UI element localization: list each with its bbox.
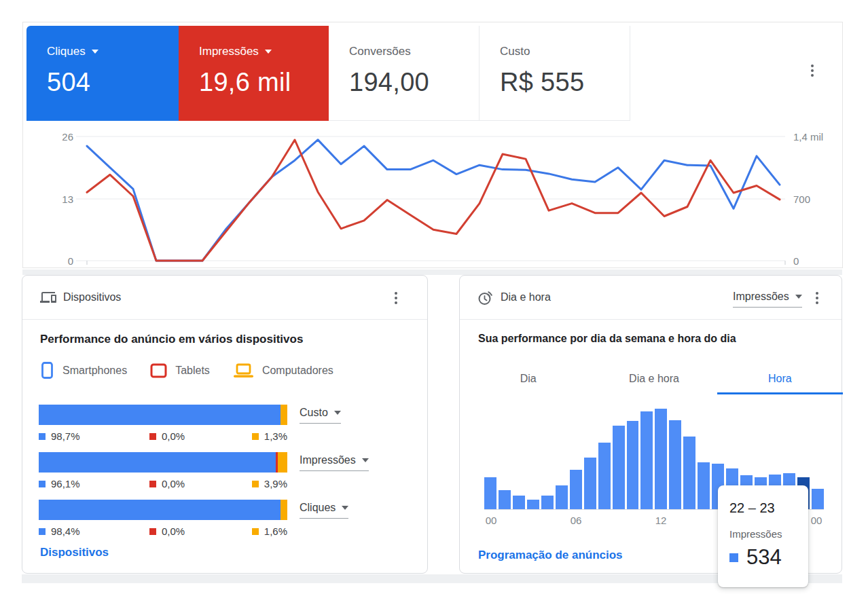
hour-bar-0[interactable]: [484, 477, 496, 509]
metric-dropdown-cliques[interactable]: Cliques: [300, 502, 348, 519]
bar-segment-smartphones: [39, 500, 281, 520]
left-axis-tick: 13: [43, 193, 73, 205]
devices-icon: [40, 289, 56, 306]
devices-footer-link[interactable]: Dispositivos: [40, 546, 109, 559]
percentage-label-tablets: 0,0%: [149, 525, 185, 537]
percentage-label-smartphones: 98,4%: [39, 525, 80, 537]
hour-bar-14[interactable]: [683, 437, 695, 509]
chevron-down-icon: [342, 506, 348, 510]
hour-bar-9[interactable]: [613, 426, 625, 509]
x-axis-label: 06: [571, 515, 582, 526]
summary-card: Cliques 504 Impressões 19,6 mil Conversõ…: [22, 22, 843, 268]
tab-dia-e-hora[interactable]: Dia e hora: [591, 365, 717, 394]
devices-card: Dispositivos Performance do anúncio em v…: [22, 275, 428, 574]
swatch-icon: [252, 433, 259, 440]
percentage-label-smartphones: 96,1%: [39, 478, 80, 489]
devices-card-header: Dispositivos: [22, 276, 427, 320]
tooltip-hour-range: 22 – 23: [729, 500, 808, 516]
left-axis-tick: 26: [43, 131, 73, 143]
swatch-icon: [39, 528, 46, 535]
hour-bar-15[interactable]: [698, 462, 710, 509]
ad-schedule-footer-link[interactable]: Programação de anúncios: [478, 549, 623, 562]
hour-bar-10[interactable]: [627, 421, 639, 509]
tooltip-metric-label: Impressões: [729, 528, 808, 540]
metric-dropdown[interactable]: Impressões: [733, 291, 802, 308]
metric-dropdown-custo[interactable]: Custo: [300, 407, 341, 424]
bar-segment-smartphones: [39, 452, 276, 473]
bar-segment-computadores: [281, 405, 287, 425]
tablet-icon: [150, 363, 167, 378]
swatch-icon: [39, 481, 46, 487]
schedule-tabs: Dia Dia e hora Hora: [465, 365, 843, 394]
hour-bar-5[interactable]: [556, 485, 568, 509]
x-axis-label: 00: [486, 515, 497, 526]
percentage-row: 98,4%0,0%1,6%: [39, 525, 287, 538]
devices-legend: Smartphones Tablets Computadores: [40, 361, 357, 379]
hour-bar-23[interactable]: [812, 489, 824, 509]
hour-bar-7[interactable]: [584, 458, 596, 509]
tooltip-value: 534: [746, 545, 782, 570]
device-bar-impressões[interactable]: [39, 452, 287, 473]
chevron-down-icon: [362, 458, 369, 462]
legend-item-tablets: Tablets: [150, 363, 210, 378]
legend-item-computadores: Computadores: [233, 363, 333, 378]
hour-bar-3[interactable]: [527, 500, 539, 509]
page-background-band: [22, 270, 842, 275]
laptop-icon: [233, 363, 254, 378]
swatch-icon: [149, 481, 156, 487]
percentage-label-tablets: 0,0%: [149, 478, 185, 489]
chart-tooltip: 22 – 23 Impressões 534: [718, 485, 808, 587]
google-ads-overview-page: Cliques 504 Impressões 19,6 mil Conversõ…: [0, 0, 868, 611]
device-bar-cliques[interactable]: [39, 500, 287, 520]
series-swatch-icon: [729, 553, 738, 562]
tab-dia[interactable]: Dia: [465, 365, 591, 394]
percentage-label-computadores: 3,9%: [252, 478, 287, 489]
schedule-subtitle: Sua performance por dia da semana e hora…: [478, 333, 736, 345]
right-axis-tick: 0: [793, 255, 799, 267]
clock-icon: [477, 289, 494, 306]
hour-bar-4[interactable]: [541, 496, 554, 509]
devices-subtitle: Performance do anúncio em vários disposi…: [40, 333, 303, 346]
device-performance-rows: 98,7%0,0%1,3%Custo96,1%0,0%3,9%Impressõe…: [39, 405, 412, 549]
timeseries-chart: [23, 22, 844, 269]
x-axis-label: 12: [655, 515, 667, 526]
bar-segment-computadores: [278, 452, 287, 473]
percentage-label-smartphones: 98,7%: [39, 430, 80, 442]
swatch-icon: [39, 433, 46, 440]
hour-bar-12[interactable]: [655, 409, 667, 509]
swatch-icon: [252, 481, 259, 487]
metric-dropdown-impressões[interactable]: Impressões: [300, 454, 369, 471]
card-title: Dia e hora: [501, 291, 551, 303]
hour-bar-13[interactable]: [669, 420, 681, 509]
hour-bar-2[interactable]: [513, 496, 525, 509]
card-title: Dispositivos: [63, 291, 121, 303]
bar-segment-smartphones: [39, 405, 281, 425]
kebab-menu-icon[interactable]: [816, 292, 818, 304]
hour-bar-11[interactable]: [640, 411, 653, 509]
device-bar-custo[interactable]: [39, 405, 287, 425]
percentage-row: 96,1%0,0%3,9%: [39, 478, 287, 490]
percentage-label-tablets: 0,0%: [149, 430, 185, 442]
hour-bar-8[interactable]: [598, 443, 611, 509]
smartphone-icon: [40, 361, 54, 379]
percentage-label-computadores: 1,3%: [252, 430, 287, 442]
tab-hora[interactable]: Hora: [717, 365, 843, 394]
right-axis-tick: 700: [793, 193, 810, 205]
percentage-row: 98,7%0,0%1,3%: [39, 430, 287, 443]
right-axis-tick: 1,4 mil: [793, 131, 823, 143]
legend-item-smartphones: Smartphones: [40, 361, 127, 379]
swatch-icon: [149, 528, 156, 535]
kebab-menu-icon[interactable]: [395, 292, 397, 304]
hour-bar-1[interactable]: [499, 490, 511, 509]
x-axis-label: 00: [811, 515, 822, 526]
chevron-down-icon: [334, 411, 341, 415]
percentage-label-computadores: 1,6%: [252, 525, 287, 537]
chevron-down-icon: [795, 295, 802, 299]
hour-bar-6[interactable]: [570, 470, 582, 509]
tooltip-value-row: 534: [729, 545, 808, 570]
bar-segment-computadores: [281, 500, 287, 520]
swatch-icon: [252, 528, 259, 535]
swatch-icon: [149, 433, 156, 440]
day-hour-card-header: Dia e hora Impressões: [460, 276, 842, 320]
left-axis-tick: 0: [43, 255, 73, 267]
